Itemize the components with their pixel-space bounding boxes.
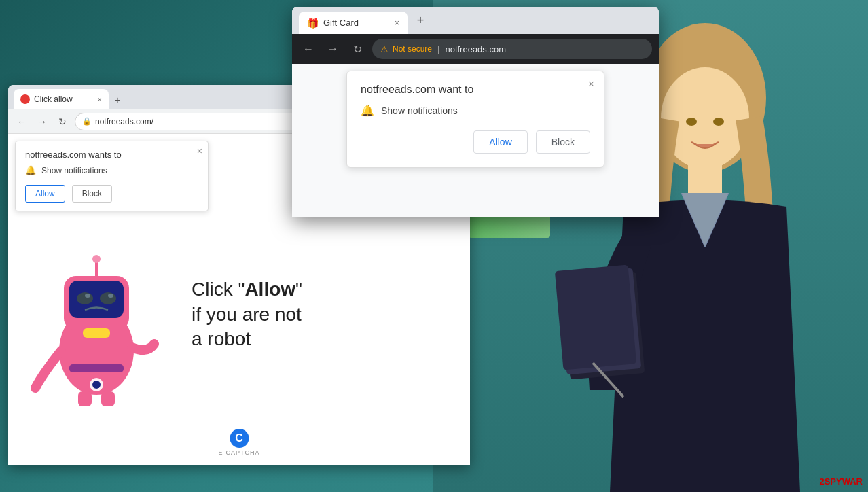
robot-svg [22,218,171,408]
robot-image [22,218,171,411]
captcha-text: Click "Allow" if you are not a robot [192,277,302,351]
large-popup-btn-row: Allow Block [361,130,590,154]
large-popup-title: notfreeads.com want to [361,84,590,96]
small-tab-active[interactable]: Click allow × [14,89,109,109]
ecaptcha-label: E-CAPTCHA [218,449,259,456]
svg-point-21 [92,381,101,389]
small-back-btn[interactable]: ← [14,113,30,130]
svg-rect-23 [101,391,115,406]
svg-point-15 [108,294,113,298]
captcha-content: Click "Allow" if you are not a robot [8,205,470,425]
large-separator: | [437,44,439,54]
svg-rect-18 [83,328,110,338]
small-new-tab-btn[interactable]: + [109,92,126,109]
svg-rect-2 [688,162,722,196]
large-tab-close[interactable]: × [395,18,399,28]
browser-large: 🎁 Gift Card × + ← → ↻ ⚠ Not secure | not… [292,7,659,217]
svg-point-17 [92,255,101,263]
svg-point-13 [100,292,116,304]
ecaptcha-icon: C [230,429,249,448]
watermark: 2SPYWAR [819,476,863,487]
small-block-button[interactable]: Block [72,185,112,203]
small-bell-icon: 🔔 [25,165,36,175]
large-warning-icon: ⚠ [380,44,388,54]
small-lock-icon: 🔒 [82,117,92,126]
large-nav-bar: ← → ↻ ⚠ Not secure | notfreeads.com [292,34,659,64]
large-tab-favicon: 🎁 [307,18,318,29]
large-allow-button[interactable]: Allow [473,130,527,154]
small-url: notfreeads.com/ [95,117,153,126]
small-tab-title: Click allow [34,94,73,104]
large-forward-btn[interactable]: → [323,39,342,58]
large-tab-title: Gift Card [323,18,359,28]
small-tab-close[interactable]: × [98,95,102,103]
large-tab-bar: 🎁 Gift Card × + [292,7,659,34]
svg-rect-19 [69,364,124,372]
ecaptcha-logo: C E-CAPTCHA [218,429,259,456]
large-popup-close[interactable]: × [588,78,594,90]
large-browser-content: × notfreeads.com want to 🔔 Show notifica… [292,64,659,217]
small-notif-popup: × notfreeads.com wants to 🔔 Show notific… [15,141,209,211]
small-forward-btn[interactable]: → [34,113,50,130]
watermark-text: 2SPYWAR [819,476,863,487]
large-tab-active[interactable]: 🎁 Gift Card × [299,12,408,34]
small-refresh-btn[interactable]: ↻ [54,113,71,130]
large-refresh-btn[interactable]: ↻ [348,39,367,58]
svg-rect-5 [555,265,636,370]
svg-point-14 [85,294,90,298]
small-popup-btn-row: Allow Block [25,185,198,203]
large-notif-popup: × notfreeads.com want to 🔔 Show notifica… [346,71,604,168]
large-bell-icon: 🔔 [361,104,374,117]
svg-point-12 [77,292,93,304]
large-notif-label: Show notifications [381,105,458,116]
svg-point-8 [713,118,724,126]
small-notif-label: Show notifications [41,166,107,175]
svg-point-7 [686,118,697,126]
large-address-bar[interactable]: ⚠ Not secure | notfreeads.com [372,39,652,59]
large-back-btn[interactable]: ← [299,39,318,58]
large-notif-row: 🔔 Show notifications [361,104,590,117]
small-tab-favicon [20,94,30,104]
large-url: notfreeads.com [445,44,506,54]
small-popup-title: notfreeads.com wants to [25,150,198,160]
large-block-button[interactable]: Block [536,130,590,154]
small-notif-row: 🔔 Show notifications [25,165,198,175]
large-not-secure-label: Not secure [393,44,432,54]
small-allow-button[interactable]: Allow [25,185,65,203]
small-popup-close[interactable]: × [197,145,202,156]
svg-rect-22 [78,391,92,406]
large-new-tab-btn[interactable]: + [410,10,431,31]
